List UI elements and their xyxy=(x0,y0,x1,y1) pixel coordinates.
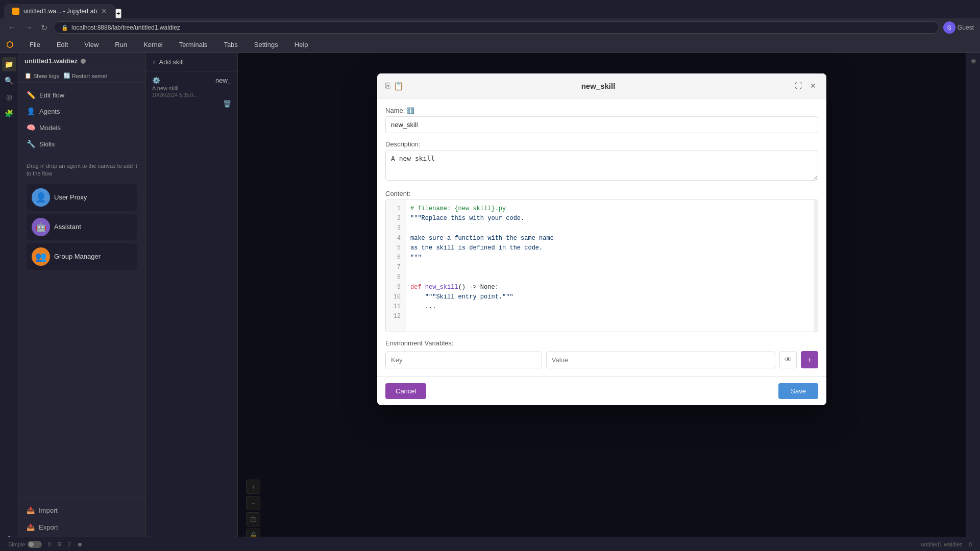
jupyter-logo: ⬡ xyxy=(6,40,13,49)
menu-run[interactable]: Run xyxy=(111,39,131,51)
add-tab-button[interactable]: + xyxy=(115,9,121,18)
export-btn[interactable]: 📤 Export xyxy=(27,520,137,534)
right-sidebar-strip: ◉ xyxy=(966,53,980,551)
modal: ⎘ 📋 new_skill ⛶ ✕ Name: ℹ️ xyxy=(377,73,826,405)
restart-icon: 🔄 xyxy=(63,72,70,79)
modal-header-left-icons: ⎘ 📋 xyxy=(385,81,404,91)
lock-icon: 🔒 xyxy=(61,24,68,31)
cancel-button[interactable]: Cancel xyxy=(385,383,426,399)
counter-2: 2 xyxy=(68,541,71,547)
code-content[interactable]: # filename: {new_skill}.py """Replace th… xyxy=(406,200,814,332)
menu-edit[interactable]: Edit xyxy=(53,39,72,51)
paste-icon[interactable]: 📋 xyxy=(394,81,404,91)
tab-title: untitled1.wa... - JupyterLab xyxy=(23,8,97,15)
nav-skills[interactable]: 🔧 Skills xyxy=(18,136,145,152)
env-section: Environment Variables: 👁 + xyxy=(385,339,818,368)
active-tab[interactable]: untitled1.wa... - JupyterLab ✕ xyxy=(4,4,115,18)
name-label: Name: ℹ️ xyxy=(385,107,818,114)
status-filename: untitled1.waldiez xyxy=(921,541,963,547)
assistant-label: Assistant xyxy=(54,223,81,231)
import-btn[interactable]: 📥 Import xyxy=(27,504,137,517)
browser-toolbar: ← → ↻ 🔒 localhost:8888/lab/tree/untitled… xyxy=(0,18,980,37)
skill-settings-icon[interactable]: ⚙️ xyxy=(152,77,160,84)
skill-date: 10/26/2024 5:35:0... xyxy=(152,92,231,98)
show-logs-button[interactable]: 📋 Show logs xyxy=(24,72,59,79)
status-bar: Simple 0 ⊞ 2 ⏺ untitled1.waldiez 0 xyxy=(0,537,980,551)
save-button[interactable]: Save xyxy=(778,383,818,399)
models-icon: 🧠 xyxy=(27,123,35,132)
env-add-button[interactable]: + xyxy=(801,351,818,368)
tab-favicon xyxy=(12,8,19,15)
profile-button[interactable]: G Guest xyxy=(943,21,974,34)
skills-icon: 🔧 xyxy=(27,140,35,148)
add-skill-button[interactable]: + Add skill xyxy=(152,58,184,66)
logs-icon: 📋 xyxy=(24,72,32,79)
skill-delete-icon[interactable]: 🗑️ xyxy=(223,100,231,108)
env-label: Environment Variables: xyxy=(385,339,818,347)
assistant-avatar: 🤖 xyxy=(32,218,50,236)
import-icon: 📥 xyxy=(27,507,35,514)
menu-terminals[interactable]: Terminals xyxy=(175,39,212,51)
forward-button[interactable]: → xyxy=(22,21,35,34)
center-panel-header: + Add skill xyxy=(146,53,237,71)
name-form-group: Name: ℹ️ xyxy=(385,107,818,133)
env-inputs-row: 👁 + xyxy=(385,351,818,368)
status-left: Simple 0 ⊞ 2 ⏺ xyxy=(8,541,83,548)
jupyter-menubar: ⬡ File Edit View Run Kernel Terminals Ta… xyxy=(0,37,980,53)
sidebar-icon-extensions[interactable]: 🧩 xyxy=(2,106,16,120)
url-text: localhost:8888/lab/tree/untitled1.waldie… xyxy=(71,24,180,31)
sidebar-icon-search[interactable]: 🔍 xyxy=(2,73,16,88)
left-nav: ✏️ Edit flow 👤 Agents 🧠 Models 🔧 Skills xyxy=(18,83,145,156)
skill-item-new: ⚙️ new_ A new skill 10/26/2024 5:35:0...… xyxy=(146,71,237,113)
app-name: untitled1.waldiez xyxy=(24,57,78,65)
nav-models[interactable]: 🧠 Models xyxy=(18,119,145,136)
status-counter-3: 0 xyxy=(969,541,972,547)
status-right: untitled1.waldiez 0 xyxy=(921,541,972,547)
simple-toggle[interactable]: Simple xyxy=(8,541,42,548)
restart-kernel-button[interactable]: 🔄 Restart kernel xyxy=(63,72,107,79)
profile-avatar: G xyxy=(943,21,955,34)
env-value-input[interactable] xyxy=(546,352,775,368)
menu-file[interactable]: File xyxy=(26,39,44,51)
left-panel-toolbar: untitled1.waldiez xyxy=(18,53,145,69)
reload-button[interactable]: ↻ xyxy=(39,21,50,35)
name-info-icon: ℹ️ xyxy=(407,107,414,114)
nav-edit-flow[interactable]: ✏️ Edit flow xyxy=(18,87,145,103)
modal-body: Name: ℹ️ Description: A new skill xyxy=(377,98,826,377)
simple-label: Simple xyxy=(8,541,26,547)
menu-settings[interactable]: Settings xyxy=(250,39,282,51)
agents-icon: 👤 xyxy=(27,107,35,115)
agent-assistant[interactable]: 🤖 Assistant xyxy=(27,214,137,240)
sidebar-icon-git[interactable]: ◎ xyxy=(2,90,16,104)
browser-tabs: untitled1.wa... - JupyterLab ✕ + xyxy=(0,0,980,18)
env-visibility-button[interactable]: 👁 xyxy=(779,351,797,368)
address-bar[interactable]: 🔒 localhost:8888/lab/tree/untitled1.wald… xyxy=(54,21,939,34)
menu-help[interactable]: Help xyxy=(290,39,312,51)
menu-view[interactable]: View xyxy=(80,39,103,51)
description-form-group: Description: A new skill xyxy=(385,140,818,183)
group-manager-avatar: 👥 xyxy=(32,247,50,266)
back-button[interactable]: ← xyxy=(6,21,18,34)
name-input[interactable] xyxy=(385,116,818,133)
group-manager-label: Group Manager xyxy=(54,253,101,260)
description-textarea[interactable]: A new skill xyxy=(385,150,818,181)
modal-overlay: ⎘ 📋 new_skill ⛶ ✕ Name: ℹ️ xyxy=(238,53,966,551)
content-form-group: Content: 12345 678910 1112 # filename: {… xyxy=(385,190,818,332)
center-panel: + Add skill ⚙️ new_ A new skill 10/26/20… xyxy=(146,53,238,551)
nav-agents[interactable]: 👤 Agents xyxy=(18,103,145,119)
tab-close-icon[interactable]: ✕ xyxy=(101,7,107,15)
sidebar-icon-files[interactable]: 📁 xyxy=(2,57,16,71)
code-scrollbar[interactable] xyxy=(814,200,818,332)
modal-expand-button[interactable]: ⛶ xyxy=(793,80,804,92)
right-icon-1[interactable]: ◉ xyxy=(971,57,976,64)
skill-name-label: new_ xyxy=(215,77,231,84)
agent-group-manager[interactable]: 👥 Group Manager xyxy=(27,243,137,270)
modal-close-button[interactable]: ✕ xyxy=(808,80,818,92)
copy-icon[interactable]: ⎘ xyxy=(385,81,390,91)
env-key-input[interactable] xyxy=(385,352,542,368)
menu-tabs[interactable]: Tabs xyxy=(219,39,241,51)
agent-user-proxy[interactable]: 👤 User Proxy xyxy=(27,184,137,211)
modal-footer: Cancel Save xyxy=(377,377,826,405)
edit-flow-icon: ✏️ xyxy=(27,91,35,99)
menu-kernel[interactable]: Kernel xyxy=(139,39,167,51)
